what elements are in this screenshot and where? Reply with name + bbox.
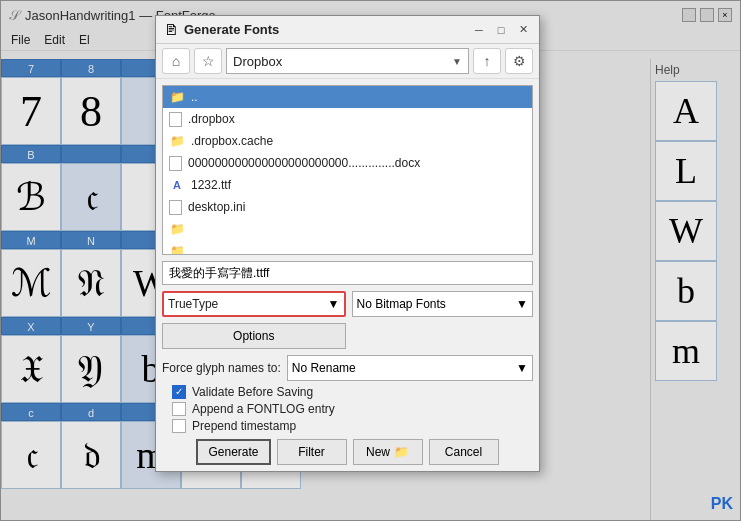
file-item-desktop-name: desktop.ini [188,200,245,214]
dialog-toolbar: ⌂ ☆ Dropbox ▼ ↑ ⚙ [156,44,539,79]
filename-row [162,261,533,285]
new-button-label: New [366,445,390,459]
file-item-ttf[interactable]: A 1232.ttf [163,174,532,196]
file-item-dropbox-name: .dropbox [188,112,235,126]
filename-input[interactable] [162,261,533,285]
up-icon: ↑ [484,53,491,69]
glyph-names-row: Force glyph names to: No Rename ▼ [162,355,533,381]
generate-button[interactable]: Generate [196,439,270,465]
filter-button[interactable]: Filter [277,439,347,465]
format-row: TrueType ▼ No Bitmap Fonts ▼ [162,291,533,317]
folder-icon: 📁 [394,445,409,459]
path-dropdown[interactable]: Dropbox ▼ [226,48,469,74]
folder-icon-2: 📁 [169,244,185,255]
home-icon: ⌂ [172,53,180,69]
validate-label: Validate Before Saving [192,385,313,399]
rename-dropdown-arrow-icon: ▼ [516,361,528,375]
validate-checkbox[interactable]: ✓ [172,385,186,399]
star-btn[interactable]: ☆ [194,48,222,74]
generate-fonts-dialog: 🖹 Generate Fonts ─ □ ✕ ⌂ ☆ Dropbox ▼ ↑ ⚙… [155,15,540,472]
gear-icon: ⚙ [513,53,526,69]
file-item-desktop[interactable]: desktop.ini [163,196,532,218]
file-list[interactable]: 📁 .. .dropbox 📁 .dropbox.cache 000000000… [162,85,533,255]
rename-dropdown[interactable]: No Rename ▼ [287,355,533,381]
folder-icon-1: 📁 [169,222,185,236]
file-icon-docx [169,156,182,171]
timestamp-checkbox[interactable] [172,419,186,433]
fontlog-checkbox[interactable] [172,402,186,416]
dialog-bottom-buttons: Generate Filter New 📁 Cancel [162,439,533,465]
bitmap-select-text: No Bitmap Fonts [357,297,446,311]
file-icon-desktop [169,200,182,215]
file-item-docx[interactable]: 000000000000000000000000..............do… [163,152,532,174]
checkmark-icon: ✓ [175,387,183,397]
file-item-up[interactable]: 📁 .. [163,86,532,108]
options-row: Options [162,323,533,349]
file-item-dropbox-cache[interactable]: 📁 .dropbox.cache [163,130,532,152]
file-item-ttf-name: 1232.ttf [191,178,231,192]
options-button[interactable]: Options [162,323,346,349]
file-item-dropbox[interactable]: .dropbox [163,108,532,130]
dialog-title-icon: 🖹 [164,22,178,38]
up-btn[interactable]: ↑ [473,48,501,74]
checkbox-timestamp-row: Prepend timestamp [172,419,533,433]
dialog-titlebar: 🖹 Generate Fonts ─ □ ✕ [156,16,539,44]
fontlog-label: Append a FONTLOG entry [192,402,335,416]
timestamp-label: Prepend timestamp [192,419,296,433]
file-item-up-name: .. [191,90,198,104]
dropdown-arrow-icon: ▼ [452,56,462,67]
file-item-folder1[interactable]: 📁 [163,218,532,240]
format-dropdown[interactable]: TrueType ▼ [162,291,346,317]
folder-icon-dropbox-cache: 📁 [169,134,185,148]
dialog-minimize-btn[interactable]: ─ [471,22,487,38]
format-select-text: TrueType [168,297,218,311]
glyph-names-label: Force glyph names to: [162,361,281,375]
checkbox-validate-row: ✓ Validate Before Saving [172,385,533,399]
pk-badge: PK [711,495,733,513]
cancel-button[interactable]: Cancel [429,439,499,465]
dialog-title-text: Generate Fonts [184,22,465,37]
dialog-close-btn[interactable]: ✕ [515,22,531,38]
file-list-wrapper: 📁 .. .dropbox 📁 .dropbox.cache 000000000… [156,85,539,255]
star-icon: ☆ [202,53,215,69]
options-spacer [352,323,534,349]
file-item-dropbox-cache-name: .dropbox.cache [191,134,273,148]
file-item-folder2[interactable]: 📁 [163,240,532,255]
path-text: Dropbox [233,54,282,69]
dialog-maximize-btn[interactable]: □ [493,22,509,38]
new-folder-button[interactable]: New 📁 [353,439,423,465]
file-item-docx-name: 000000000000000000000000..............do… [188,156,420,170]
gear-btn[interactable]: ⚙ [505,48,533,74]
file-icon-dropbox [169,112,182,127]
checkbox-fontlog-row: Append a FONTLOG entry [172,402,533,416]
up-folder-icon: 📁 [169,90,185,104]
rename-select-text: No Rename [292,361,356,375]
bitmap-dropdown-arrow-icon: ▼ [516,297,528,311]
home-btn[interactable]: ⌂ [162,48,190,74]
format-dropdown-arrow-icon: ▼ [328,297,340,311]
font-icon-ttf: A [169,178,185,192]
bitmap-dropdown[interactable]: No Bitmap Fonts ▼ [352,291,534,317]
